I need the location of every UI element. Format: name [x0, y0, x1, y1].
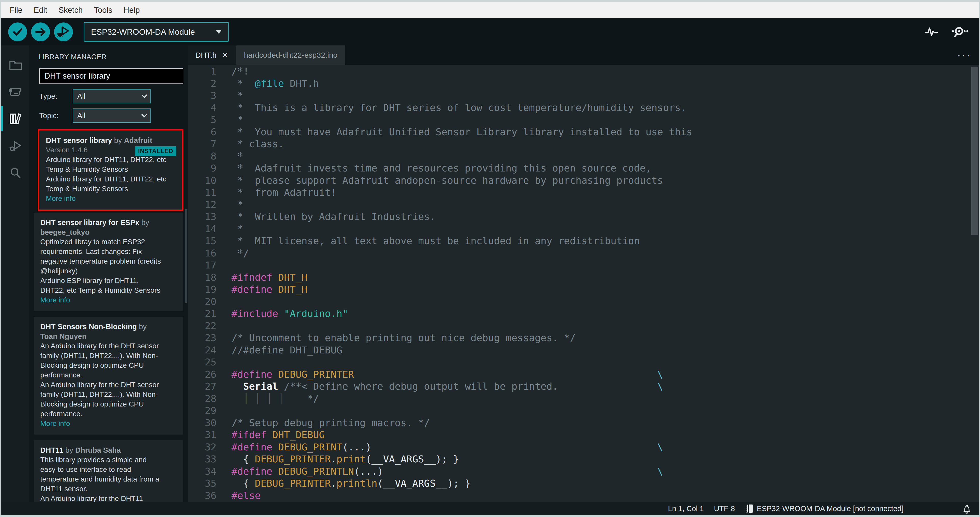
more-info-link[interactable]: More info — [46, 194, 176, 203]
line-number: 26 — [188, 369, 231, 381]
library-card[interactable]: DHT sensor library by AdafruitVersion 1.… — [39, 131, 182, 209]
line-number: 35 — [188, 477, 231, 490]
menu-item-file[interactable]: File — [4, 6, 28, 15]
code-line-text: * — [231, 114, 243, 126]
code-line: 12 * — [188, 199, 979, 211]
status-bar: Ln 1, Col 1 UTF-8 ESP32-WROOM-DA Module … — [1, 502, 979, 515]
board-status[interactable]: ESP32-WROOM-DA Module [not connected] — [745, 503, 904, 514]
line-number: 20 — [188, 296, 231, 308]
menu-item-edit[interactable]: Edit — [28, 6, 53, 15]
library-card[interactable]: DHT sensor library for ESPx by beegee_to… — [33, 212, 183, 311]
code-line: 34#define DEBUG_PRINTLN(...) \ — [188, 466, 979, 478]
library-manager-panel: LIBRARY MANAGER Type:AllTopic:All DHT se… — [29, 45, 188, 502]
code-line: 21#include "Arduino.h" — [188, 308, 979, 320]
line-number: 28 — [188, 393, 231, 405]
menu-item-help[interactable]: Help — [118, 6, 146, 15]
sidebar-item-sketchbook-folder[interactable] — [1, 51, 29, 78]
board-selector[interactable]: ESP32-WROOM-DA Module — [84, 22, 229, 41]
library-name: DHT sensor library for ESPx — [40, 219, 139, 227]
code-line-text: * from Adafruit! — [231, 187, 337, 199]
line-number: 17 — [188, 259, 231, 271]
library-card[interactable]: DHT11 by Dhruba SahaThis library provide… — [33, 440, 183, 502]
line-number: 14 — [188, 223, 231, 235]
editor-scrollbar[interactable] — [971, 67, 978, 235]
encoding-indicator[interactable]: UTF-8 — [714, 504, 735, 513]
code-line: 23/* Uncomment to enable printing out ni… — [188, 332, 979, 344]
code-line: 30/* Setup debug printing macros. */ — [188, 417, 979, 429]
more-actions-icon[interactable]: ··· — [957, 49, 971, 62]
menu-item-tools[interactable]: Tools — [88, 6, 118, 15]
line-number: 23 — [188, 332, 231, 344]
sidebar-item-search[interactable] — [1, 159, 29, 186]
code-line: 28 │ │ │ │ */ — [188, 393, 979, 405]
code-line-text: #define DEBUG_PRINTLN(...) \ — [231, 466, 663, 478]
line-number: 16 — [188, 247, 231, 260]
code-line: 2 * @file DHT.h — [188, 78, 979, 90]
more-info-link[interactable]: More info — [40, 419, 177, 428]
library-description: Optimized libray to match ESP32 requirem… — [40, 237, 162, 276]
filter-row: Topic:All — [39, 109, 188, 123]
library-by-text: by — [112, 136, 124, 144]
library-list-scrollbar[interactable] — [185, 209, 188, 303]
search-icon — [8, 166, 22, 180]
library-author: Adafruit — [124, 136, 152, 144]
code-line: 1/*! — [188, 65, 979, 78]
menu-bar: FileEditSketchToolsHelp — [1, 2, 979, 18]
sidebar-item-library-manager-books[interactable] — [1, 105, 29, 132]
chevron-down-icon — [216, 30, 221, 34]
filter-label: Type: — [39, 92, 73, 101]
filter-value: All — [77, 92, 142, 101]
library-author: Dhruba Saha — [75, 446, 121, 454]
upload-button[interactable] — [31, 22, 50, 41]
line-number: 21 — [188, 308, 231, 320]
code-editor[interactable]: 1/*!2 * @file DHT.h3 *4 * This is a libr… — [188, 65, 979, 502]
code-line: 14 * — [188, 223, 979, 235]
line-number: 24 — [188, 344, 231, 356]
more-info-link[interactable]: More info — [40, 295, 177, 305]
code-line-text: * — [231, 223, 243, 235]
library-description: An Arduino library for the DHT sensor fa… — [40, 341, 162, 380]
close-icon[interactable]: ✕ — [222, 51, 228, 59]
line-number: 5 — [188, 114, 231, 126]
debug-icon — [54, 22, 73, 41]
tab-hardcoded-dht22-esp32.ino[interactable]: hardcoded-dht22-esp32.ino — [236, 45, 346, 65]
filter-select-topic[interactable]: All — [73, 109, 151, 123]
filter-select-type[interactable]: All — [73, 89, 151, 103]
sidebar-item-debug-bug[interactable] — [1, 132, 29, 159]
debug-button[interactable] — [54, 22, 73, 41]
line-number: 29 — [188, 405, 231, 417]
code-line-text: { DEBUG_PRINTER.println(__VA_ARGS__); } — [231, 477, 471, 490]
serial-monitor-button[interactable] — [950, 24, 969, 39]
library-search-input[interactable] — [39, 68, 183, 84]
library-card[interactable]: DHT Sensors Non-Blocking by Toan NguyenA… — [33, 317, 183, 434]
code-line-text: #include "Arduino.h" — [231, 308, 348, 320]
code-line-text: */ — [231, 247, 249, 260]
library-card-title: DHT sensor library for ESPx by beegee_to… — [40, 218, 165, 237]
code-line-text: /*! — [231, 65, 249, 78]
tab-dht.h[interactable]: DHT.h✕ — [188, 45, 236, 65]
installed-badge: INSTALLED — [135, 146, 176, 156]
code-line-text: * You must have Adafruit Unified Sensor … — [231, 126, 692, 138]
line-number: 13 — [188, 211, 231, 223]
code-line: 9 * Adafruit invests time and resources … — [188, 162, 979, 174]
code-line: 20 — [188, 296, 979, 308]
serial-plotter-button[interactable] — [924, 24, 939, 39]
code-line-text: #define DEBUG_PRINT(...) \ — [231, 441, 663, 453]
serial-monitor-icon — [950, 24, 969, 39]
code-line: 16 */ — [188, 247, 979, 260]
line-number: 11 — [188, 187, 231, 199]
line-number: 18 — [188, 271, 231, 284]
line-number: 34 — [188, 466, 231, 478]
code-line: 32#define DEBUG_PRINT(...) \ — [188, 441, 979, 453]
line-number: 19 — [188, 284, 231, 296]
cursor-position[interactable]: Ln 1, Col 1 — [668, 504, 704, 513]
filter-value: All — [77, 112, 142, 120]
code-line: 26#define DEBUG_PRINTER \ — [188, 369, 979, 381]
notifications-button[interactable] — [962, 503, 971, 514]
menu-item-sketch[interactable]: Sketch — [53, 6, 88, 15]
sidebar-item-boards-manager[interactable] — [1, 78, 29, 105]
code-line: 19#define DHT_H — [188, 284, 979, 296]
code-line: 4 * This is a library for DHT series of … — [188, 102, 979, 114]
verify-button[interactable] — [8, 22, 27, 41]
board-status-label: ESP32-WROOM-DA Module [not connected] — [757, 504, 904, 513]
